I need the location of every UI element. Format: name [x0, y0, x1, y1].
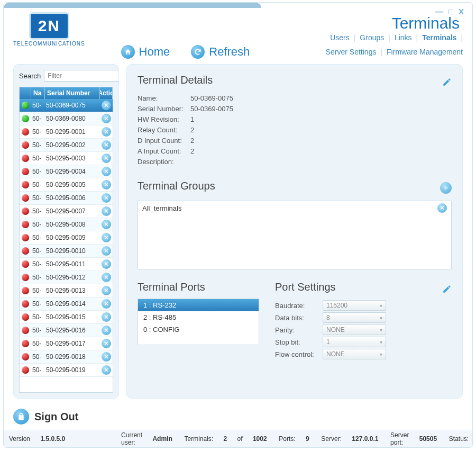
table-row[interactable]: 50-50-0295-0017✕: [20, 337, 113, 350]
setting-select[interactable]: NONE: [323, 349, 386, 359]
group-item[interactable]: All_terminals ✕: [138, 201, 451, 215]
detail-val: 50-0369-0075: [190, 94, 233, 102]
detail-key: D Input Count:: [138, 137, 190, 145]
setting-select[interactable]: 8: [323, 312, 386, 323]
row-name: 50-: [31, 353, 45, 360]
table-row[interactable]: 50-50-0295-0005✕: [20, 178, 113, 192]
table-row[interactable]: 50-50-0295-0006✕: [20, 192, 113, 205]
delete-row-button[interactable]: ✕: [102, 114, 111, 123]
delete-row-button[interactable]: ✕: [102, 101, 111, 110]
table-row[interactable]: 50-50-0369-0080✕: [20, 112, 113, 125]
delete-row-button[interactable]: ✕: [102, 246, 111, 256]
delete-row-button[interactable]: ✕: [102, 180, 111, 190]
search-input[interactable]: [44, 70, 119, 82]
window-controls: — □ X: [435, 7, 464, 16]
port-row[interactable]: 1 : RS-232: [138, 299, 259, 311]
delete-row-button[interactable]: ✕: [102, 154, 111, 163]
delete-row-button[interactable]: ✕: [102, 273, 111, 282]
status-dot: [20, 287, 31, 294]
delete-row-button[interactable]: ✕: [102, 312, 111, 322]
table-row[interactable]: 50-50-0295-0001✕: [20, 125, 113, 139]
refresh-button[interactable]: Refresh: [191, 45, 250, 59]
delete-row-button[interactable]: ✕: [102, 206, 111, 216]
add-group-button[interactable]: [440, 182, 452, 194]
table-row[interactable]: 50-50-0369-0075✕: [20, 99, 113, 112]
setting-select[interactable]: 1: [323, 337, 386, 347]
status-dot: [20, 194, 31, 202]
delete-row-button[interactable]: ✕: [102, 365, 111, 375]
delete-row-button[interactable]: ✕: [102, 220, 111, 229]
row-serial: 50-0295-0016: [45, 327, 100, 334]
status-dot: [20, 313, 31, 321]
delete-row-button[interactable]: ✕: [102, 339, 111, 348]
delete-row-button[interactable]: ✕: [102, 299, 111, 309]
port-row[interactable]: 0 : CONFIG: [138, 323, 259, 336]
content: Search Na Serial Number Actio 50-50-0369…: [4, 59, 472, 404]
edit-details-button[interactable]: [442, 77, 452, 87]
row-serial: 50-0295-0014: [45, 300, 100, 308]
delete-row-button[interactable]: ✕: [102, 127, 111, 137]
col-serial: Serial Number: [45, 87, 100, 99]
top-nav: Users| Groups| Links| Terminals|: [100, 33, 463, 42]
delete-row-button[interactable]: ✕: [102, 326, 111, 335]
row-name: 50-: [31, 247, 45, 255]
setting-select[interactable]: NONE: [323, 324, 386, 335]
delete-row-button[interactable]: ✕: [102, 233, 111, 242]
terminals-grid[interactable]: Na Serial Number Actio 50-50-0369-0075✕5…: [19, 87, 113, 393]
nav-firmware[interactable]: Firmware Management: [387, 48, 463, 56]
table-row[interactable]: 50-50-0295-0009✕: [20, 231, 113, 245]
top-tab-strip: [4, 3, 261, 8]
delete-row-button[interactable]: ✕: [102, 193, 111, 203]
row-serial: 50-0295-0002: [45, 141, 100, 149]
table-row[interactable]: 50-50-0295-0008✕: [20, 218, 113, 231]
status-dot: [20, 181, 31, 188]
detail-val: 2: [190, 126, 194, 134]
nav-terminals[interactable]: Terminals: [422, 33, 456, 42]
minimize-icon[interactable]: —: [435, 7, 443, 16]
setting-key: Data bits:: [275, 314, 323, 322]
close-icon[interactable]: X: [459, 7, 464, 16]
table-row[interactable]: 50-50-0295-0003✕: [20, 152, 113, 165]
nav-server-settings[interactable]: Server Settings: [326, 48, 377, 56]
table-row[interactable]: 50-50-0295-0004✕: [20, 165, 113, 178]
maximize-icon[interactable]: □: [448, 7, 453, 16]
table-row[interactable]: 50-50-0295-0019✕: [20, 364, 113, 377]
delete-row-button[interactable]: ✕: [102, 286, 111, 295]
table-row[interactable]: 50-50-0295-0018✕: [20, 350, 113, 364]
table-row[interactable]: 50-50-0295-0016✕: [20, 324, 113, 337]
nav-users[interactable]: Users: [330, 33, 350, 42]
status-dot: [20, 168, 31, 175]
col-name: Na: [31, 87, 45, 99]
table-row[interactable]: 50-50-0295-0014✕: [20, 297, 113, 311]
row-serial: 50-0295-0004: [45, 168, 100, 175]
delete-row-button[interactable]: ✕: [102, 259, 111, 269]
table-row[interactable]: 50-50-0295-0012✕: [20, 271, 113, 284]
status-dot: [20, 208, 31, 215]
status-dot: [20, 260, 31, 268]
signout-button[interactable]: Sign Out: [34, 411, 78, 423]
row-serial: 50-0295-0013: [45, 287, 100, 294]
row-serial: 50-0369-0075: [45, 102, 100, 109]
port-row[interactable]: 2 : RS-485: [138, 311, 259, 323]
row-serial: 50-0295-0008: [45, 221, 100, 228]
table-row[interactable]: 50-50-0295-0002✕: [20, 139, 113, 152]
delete-row-button[interactable]: ✕: [102, 140, 111, 150]
version-label: Version: [9, 435, 30, 443]
row-serial: 50-0295-0011: [45, 260, 100, 268]
home-button[interactable]: Home: [121, 45, 170, 59]
table-row[interactable]: 50-50-0295-0015✕: [20, 311, 113, 324]
table-row[interactable]: 50-50-0295-0010✕: [20, 245, 113, 258]
table-row[interactable]: 50-50-0295-0013✕: [20, 284, 113, 297]
delete-row-button[interactable]: ✕: [102, 352, 111, 362]
nav-groups[interactable]: Groups: [360, 33, 384, 42]
table-row[interactable]: 50-50-0295-0011✕: [20, 258, 113, 271]
col-action: Actio: [100, 87, 113, 99]
edit-settings-button[interactable]: [442, 284, 452, 294]
terminals-b: 1002: [253, 435, 267, 443]
table-row[interactable]: 50-50-0295-0007✕: [20, 205, 113, 218]
row-name: 50-: [31, 221, 45, 228]
delete-row-button[interactable]: ✕: [102, 167, 111, 176]
setting-select[interactable]: 115200: [323, 300, 386, 311]
remove-group-button[interactable]: ✕: [437, 203, 447, 213]
nav-links[interactable]: Links: [395, 33, 412, 42]
